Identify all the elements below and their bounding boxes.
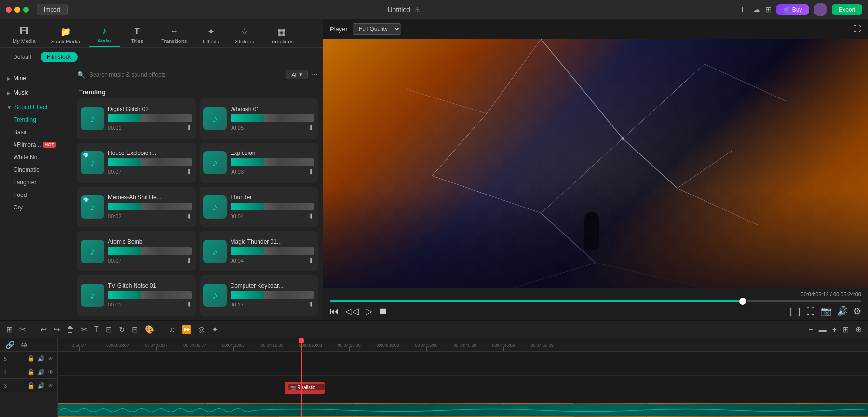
progress-bar[interactable] (330, 300, 861, 302)
track-4-audio-icon[interactable]: 🔊 (38, 369, 45, 375)
fullscreen-player-icon[interactable]: ⛶ (806, 306, 815, 317)
download-icon[interactable]: ⬇ (308, 301, 314, 308)
sound-card-6[interactable]: ♪ Thunder 00:04 ⬇ (200, 187, 318, 227)
crop-tool[interactable]: ⊟ (130, 323, 139, 335)
bracket-right-icon[interactable]: ] (798, 306, 800, 317)
sidebar-item-trending[interactable]: Trending (0, 113, 72, 126)
pill-filmstock[interactable]: Filmstock (41, 52, 78, 62)
audio-tool[interactable]: ♫ (168, 324, 176, 335)
track-5-lock-icon[interactable]: 🔓 (27, 355, 35, 362)
mask-tool[interactable]: ◎ (197, 323, 206, 335)
tab-stock-media[interactable]: 📁 Stock Media (44, 24, 87, 47)
sidebar-item-basic[interactable]: Basic (0, 126, 72, 139)
redo-tool[interactable]: ↪ (52, 323, 61, 335)
download-icon[interactable]: ⬇ (186, 301, 192, 308)
effect-clip[interactable]: 📷 Realistic VFX P... (285, 382, 325, 394)
add-track-tool[interactable]: ⊕ (854, 323, 863, 335)
sound-card-1[interactable]: ♪ Digital Glitch 02 00:01 ⬇ (77, 98, 196, 139)
sound-card-4[interactable]: ♪ Explosion 00:03 ⬇ (200, 143, 318, 183)
tab-my-media[interactable]: 🎞 My Media (6, 24, 42, 47)
fit-tool[interactable]: ⊞ (841, 323, 850, 335)
monitor-icon[interactable]: 🖥 (740, 5, 748, 14)
track-3-eye-icon[interactable]: 👁 (48, 382, 54, 389)
download-icon[interactable]: ⬇ (186, 257, 192, 264)
rotate-tool[interactable]: ↻ (117, 323, 126, 335)
select-tool[interactable]: ⊞ (5, 323, 14, 335)
quality-select[interactable]: Full Quality Half Quality (353, 23, 401, 35)
color-tool[interactable]: 🎨 (143, 323, 156, 335)
grid-icon[interactable]: ⊞ (765, 5, 772, 14)
tab-stickers[interactable]: ☆ Stickers (229, 24, 261, 47)
sound-card-3[interactable]: 💎 ♪ House Explosion... 00:07 ⬇ (77, 143, 196, 183)
download-icon[interactable]: ⬇ (186, 212, 192, 220)
sound-card-8[interactable]: ♪ Magic Thunder 01... 00:04 ⬇ (200, 231, 318, 272)
cloud-icon[interactable]: ☁ (753, 5, 760, 14)
frame-back-button[interactable]: ◁◁ (345, 306, 359, 317)
track-3-audio-icon[interactable]: 🔊 (38, 382, 45, 389)
download-icon[interactable]: ⬇ (308, 212, 314, 220)
sidebar-item-food[interactable]: Food (0, 189, 72, 201)
sidebar-item-music[interactable]: ▶ Music (0, 86, 72, 99)
subtitle-tool[interactable]: ⊡ (104, 323, 113, 335)
pill-default[interactable]: Default (7, 52, 38, 62)
search-input[interactable] (89, 71, 282, 78)
track-4-lock-icon[interactable]: 🔓 (27, 369, 35, 375)
import-button[interactable]: Import (37, 4, 68, 15)
avatar[interactable] (814, 3, 827, 16)
fullscreen-icon[interactable]: ⛶ (854, 25, 861, 33)
track-5-eye-icon[interactable]: 👁 (48, 355, 54, 362)
sidebar-item-white-no[interactable]: White No... (0, 151, 72, 164)
play-button[interactable]: ▷ (366, 306, 372, 317)
stop-button[interactable]: ⏹ (379, 306, 388, 317)
volume-icon[interactable]: 🔊 (837, 306, 848, 317)
track-3-lock-icon[interactable]: 🔓 (27, 382, 35, 389)
minimize-button[interactable] (14, 7, 20, 13)
audio-waveform-clip[interactable] (58, 404, 868, 416)
tab-templates[interactable]: ▦ Templates (263, 24, 300, 47)
zoom-out-tool[interactable]: − (807, 324, 814, 335)
track-4-eye-icon[interactable]: 👁 (48, 369, 54, 375)
download-icon[interactable]: ⬇ (308, 168, 314, 176)
undo-tool[interactable]: ↩ (39, 323, 48, 335)
filter-button[interactable]: All ▾ (286, 70, 307, 79)
text-tool[interactable]: T (93, 324, 100, 335)
effects-tool[interactable]: ✦ (210, 323, 219, 335)
sound-card-5[interactable]: 💎 ♪ Memes-Ah Shit He... 00:02 ⬇ (77, 187, 196, 227)
download-icon[interactable]: ⬇ (186, 168, 192, 176)
tab-effects[interactable]: ✦ Effects (196, 24, 227, 47)
sound-card-9[interactable]: ♪ TV Glitch Noise 01 00:01 ⬇ (77, 275, 196, 316)
sidebar-item-cinematic[interactable]: Cinematic (0, 164, 72, 176)
download-icon[interactable]: ⬇ (186, 124, 192, 132)
tab-transitions[interactable]: ↔ Transitions (154, 24, 193, 47)
sidebar-item-filmorav[interactable]: #Filmora... HOT (0, 139, 72, 151)
speed-tool[interactable]: ⏩ (180, 323, 193, 335)
settings-icon[interactable]: ⚙ (854, 306, 861, 317)
bracket-left-icon[interactable]: [ (790, 306, 792, 317)
export-button[interactable]: Export (832, 4, 862, 15)
tab-titles[interactable]: T Titles (122, 24, 152, 47)
sound-card-7[interactable]: ♪ Atomic Bomb 00:07 ⬇ (77, 231, 196, 272)
screenshot-icon[interactable]: 📷 (821, 306, 831, 317)
sound-card-2[interactable]: ♪ Whoosh 01 00:05 ⬇ (200, 98, 318, 139)
track-5-audio-icon[interactable]: 🔊 (38, 355, 45, 362)
buy-button[interactable]: 🛒 Buy (776, 4, 809, 15)
progress-thumb[interactable] (739, 298, 746, 305)
sidebar-item-mine[interactable]: ▶ Mine (0, 72, 72, 84)
link-tool[interactable]: 🔗 (4, 339, 16, 351)
sidebar-item-cry[interactable]: Cry (0, 201, 72, 214)
delete-tool[interactable]: 🗑 (65, 324, 76, 335)
split-tool[interactable]: ✂ (80, 323, 89, 335)
download-icon[interactable]: ⬇ (308, 124, 314, 132)
tab-audio[interactable]: ♪ Audio (89, 23, 120, 47)
more-options-button[interactable]: ··· (312, 70, 318, 79)
skip-back-button[interactable]: ⏮ (330, 306, 339, 317)
download-icon[interactable]: ⬇ (308, 257, 314, 264)
zoom-slider[interactable]: ▬ (817, 324, 828, 335)
close-button[interactable] (6, 7, 12, 13)
cut-tool[interactable]: ✂ (18, 323, 27, 335)
maximize-button[interactable] (23, 7, 29, 13)
magnet-tool[interactable]: ⊕ (19, 339, 28, 351)
sidebar-item-sound-effect[interactable]: ▼ Sound Effect (0, 101, 72, 113)
zoom-in-tool[interactable]: + (831, 324, 838, 335)
sidebar-item-laughter[interactable]: Laughter (0, 176, 72, 189)
